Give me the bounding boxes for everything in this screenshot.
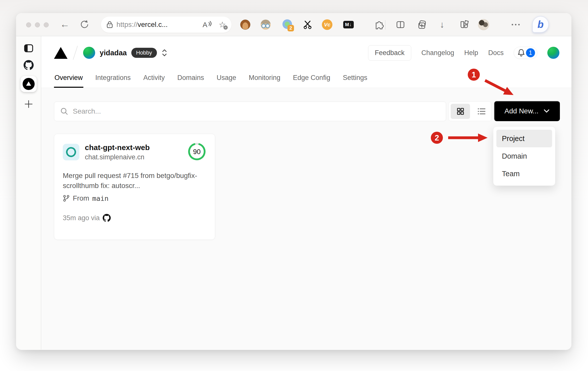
plan-badge: Hobby: [131, 48, 157, 58]
view-toggle: [448, 102, 492, 121]
commit-message: Merge pull request #715 from betgo/bugfi…: [63, 171, 200, 191]
tab-edge-config[interactable]: Edge Config: [292, 74, 331, 88]
address-bar[interactable]: https://vercel.c... A ☆+: [101, 17, 231, 33]
close-window-button[interactable]: [26, 22, 31, 27]
vercel-triangle-icon: [26, 81, 31, 86]
downloads-icon[interactable]: ↓: [437, 19, 448, 30]
breadcrumb-slash: [73, 46, 78, 60]
tab-usage[interactable]: Usage: [216, 74, 237, 88]
score-ring: 90: [187, 142, 206, 162]
vercel-sidebar-icon[interactable]: [21, 76, 37, 92]
toolbar-divider: [385, 20, 385, 30]
workspaces-icon[interactable]: [458, 19, 469, 30]
dropdown-item-project[interactable]: Project: [496, 130, 552, 147]
help-link[interactable]: Help: [464, 49, 478, 57]
proxy-badge: 2: [287, 25, 294, 31]
search-icon: [60, 107, 68, 115]
dropdown-item-team[interactable]: Team: [496, 165, 552, 182]
tampermonkey-extension-icon[interactable]: [240, 19, 251, 30]
github-sidebar-icon[interactable]: [24, 60, 34, 70]
bing-chat-icon[interactable]: b: [532, 16, 549, 33]
tab-domains[interactable]: Domains: [177, 74, 205, 88]
branch-name: main: [92, 195, 108, 202]
browser-toolbar: ← https://vercel.c... A ☆+ 2 Vc M↓: [16, 13, 571, 36]
dashboard-tabs: Overview Integrations Activity Domains U…: [54, 74, 368, 88]
read-aloud-icon[interactable]: A: [202, 20, 212, 29]
sidebar-toggle-icon[interactable]: [24, 43, 34, 53]
split-screen-icon[interactable]: [395, 19, 406, 30]
project-card[interactable]: chat-gpt-next-web chat.simplenaive.cn 90…: [54, 134, 215, 240]
browser-window: ← https://vercel.c... A ☆+ 2 Vc M↓: [16, 13, 571, 350]
docs-link[interactable]: Docs: [488, 49, 504, 57]
github-icon: [103, 214, 111, 222]
project-domain: chat.simplenaive.cn: [85, 153, 150, 162]
notifications-button[interactable]: 1: [514, 47, 537, 59]
tab-integrations[interactable]: Integrations: [95, 74, 131, 88]
search-input[interactable]: [73, 107, 424, 115]
team-name: yidadaa: [100, 49, 127, 57]
user-avatar[interactable]: [547, 47, 559, 59]
dashboard-header: yidadaa Hobby Feedback Changelog Help Do…: [41, 36, 571, 88]
browser-side-rail: [16, 36, 41, 350]
deploy-time: 35m ago via: [63, 214, 100, 222]
video-helper-extension-icon[interactable]: Vc: [322, 19, 333, 30]
grid-view-button[interactable]: [451, 104, 470, 119]
vercel-dashboard-page: yidadaa Hobby Feedback Changelog Help Do…: [41, 36, 571, 350]
notification-count-badge: 1: [526, 48, 535, 57]
team-switcher[interactable]: yidadaa Hobby: [83, 47, 167, 59]
add-new-button[interactable]: Add New...: [494, 101, 560, 121]
dashboard-content: Add New...: [41, 88, 571, 350]
branch-label: From: [73, 194, 89, 202]
score-value: 90: [193, 148, 201, 156]
browser-profile-avatar[interactable]: [478, 19, 489, 30]
changelog-link[interactable]: Changelog: [421, 49, 454, 57]
vercel-logo[interactable]: [54, 47, 68, 59]
feedback-button[interactable]: Feedback: [368, 45, 411, 61]
more-menu-icon[interactable]: [510, 19, 521, 30]
add-new-dropdown: Project Domain Team: [493, 126, 555, 186]
scissors-extension-icon[interactable]: [302, 19, 313, 30]
list-view-button[interactable]: [472, 102, 491, 121]
collections-icon[interactable]: [417, 19, 428, 30]
back-icon[interactable]: ←: [59, 19, 70, 30]
tab-settings[interactable]: Settings: [342, 74, 368, 88]
lock-icon: [106, 21, 113, 28]
minimize-window-button[interactable]: [35, 22, 40, 27]
project-name: chat-gpt-next-web: [85, 143, 150, 153]
bell-icon: [517, 49, 525, 57]
git-branch-icon: [63, 195, 70, 202]
tab-monitoring[interactable]: Monitoring: [248, 74, 281, 88]
markdown-extension-icon[interactable]: M↓: [343, 19, 354, 30]
chevron-updown-icon: [161, 49, 167, 57]
add-site-plus-icon[interactable]: [24, 99, 34, 109]
url-text: https://vercel.c...: [116, 21, 168, 29]
svg-text:A: A: [203, 21, 207, 29]
list-icon: [478, 108, 486, 115]
chevron-down-icon: [544, 109, 550, 113]
team-avatar: [83, 47, 95, 59]
person-extension-icon[interactable]: [260, 19, 271, 30]
refresh-icon[interactable]: [79, 19, 90, 30]
favorite-star-icon[interactable]: ☆+: [219, 21, 226, 29]
grid-icon: [456, 107, 465, 116]
openai-logo-icon: [63, 144, 79, 160]
tab-activity[interactable]: Activity: [143, 74, 165, 88]
tab-overview[interactable]: Overview: [54, 74, 83, 88]
proxy-extension-icon[interactable]: 2: [282, 19, 293, 30]
extensions-puzzle-icon[interactable]: [373, 19, 384, 30]
dropdown-item-domain[interactable]: Domain: [496, 147, 552, 165]
zoom-window-button[interactable]: [44, 22, 49, 27]
search-box: [54, 102, 446, 121]
